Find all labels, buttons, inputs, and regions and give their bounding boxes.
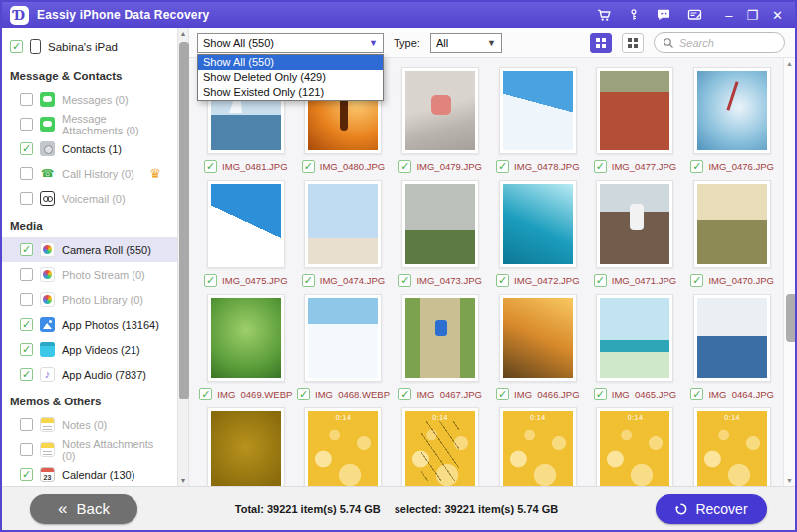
beach-yoga-thumbnail[interactable]: [600, 298, 669, 378]
photo-checkbox[interactable]: ✓: [199, 388, 212, 400]
checkbox[interactable]: ✓: [20, 318, 33, 331]
content-scrollbar-thumb[interactable]: [786, 294, 797, 342]
sidebar-item-notes-attachments[interactable]: Notes Attachments (0): [2, 437, 177, 462]
photo-card[interactable]: 0:14: [596, 407, 673, 486]
content-scrollbar[interactable]: ▲ ▼: [783, 58, 795, 486]
photo-card[interactable]: [596, 294, 673, 382]
gold-scribble-thumbnail[interactable]: 0:14: [405, 411, 475, 486]
photo-checkbox[interactable]: ✓: [302, 160, 315, 173]
ski-jump-thumbnail[interactable]: [211, 184, 281, 264]
photo-card[interactable]: [207, 180, 285, 268]
sidebar-scrollbar-thumb[interactable]: [179, 42, 189, 399]
scroll-down-icon[interactable]: ▼: [178, 477, 188, 484]
photo-card[interactable]: [596, 180, 673, 268]
sidebar-item-app-audio[interactable]: ✓App Audio (7837): [2, 362, 177, 387]
type-dropdown[interactable]: All ▼: [430, 33, 502, 53]
device-row[interactable]: ✓ Sabina's iPad: [2, 34, 177, 61]
filter-option[interactable]: Show Deleted Only (429): [198, 70, 383, 85]
photo-checkbox[interactable]: ✓: [594, 388, 607, 400]
photo-checkbox[interactable]: ✓: [496, 274, 509, 287]
checkbox[interactable]: [20, 167, 33, 180]
list-view-button[interactable]: [622, 33, 644, 53]
checkbox[interactable]: [20, 93, 33, 106]
sidebar-scrollbar[interactable]: ▲ ▼: [177, 28, 189, 486]
photo-card[interactable]: [304, 294, 382, 382]
photo-checkbox[interactable]: ✓: [496, 388, 509, 400]
wave-surfer-thumbnail[interactable]: [503, 184, 573, 264]
checkbox[interactable]: [20, 293, 33, 306]
checkbox[interactable]: [20, 192, 33, 205]
device-checkbox[interactable]: ✓: [10, 40, 23, 53]
checkbox[interactable]: ✓: [20, 243, 33, 256]
grid-view-button[interactable]: [590, 33, 612, 53]
windsurfer-thumbnail[interactable]: [697, 71, 767, 150]
photo-card[interactable]: [304, 180, 382, 268]
checkbox[interactable]: ✓: [20, 142, 33, 155]
sidebar-item-voicemail[interactable]: Voicemail (0): [2, 186, 177, 211]
photo-card[interactable]: [207, 294, 285, 382]
sidebar-item-call-history[interactable]: Call History (0)♛: [2, 161, 177, 186]
minimize-button[interactable]: –: [725, 9, 732, 22]
search-box[interactable]: [654, 32, 785, 53]
scroll-up-icon[interactable]: ▲: [178, 30, 188, 37]
road-runner-thumbnail[interactable]: [405, 298, 475, 378]
photo-card[interactable]: [596, 67, 673, 154]
photo-card[interactable]: [207, 407, 285, 486]
photo-card[interactable]: [401, 294, 479, 382]
photo-card[interactable]: [401, 67, 479, 154]
sidebar-item-notes[interactable]: Notes (0): [2, 412, 177, 437]
photo-checkbox[interactable]: ✓: [690, 388, 703, 400]
hiker-woman-thumbnail[interactable]: [600, 184, 669, 264]
photo-card[interactable]: [401, 180, 479, 268]
gold-bokeh-thumbnail[interactable]: 0:14: [308, 411, 378, 486]
close-button[interactable]: ✕: [772, 9, 783, 22]
photo-card[interactable]: [499, 67, 577, 154]
sidebar-item-app-videos[interactable]: ✓App Videos (21): [2, 337, 177, 362]
back-button[interactable]: « Back: [30, 494, 137, 524]
sunset-walk-thumbnail[interactable]: [503, 298, 573, 378]
photo-checkbox[interactable]: ✓: [398, 388, 411, 400]
yoga-lunge-thumbnail[interactable]: [405, 184, 475, 264]
photo-card[interactable]: 0:14: [693, 407, 771, 486]
track-athlete-thumbnail[interactable]: [600, 71, 669, 150]
photo-checkbox[interactable]: ✓: [594, 160, 607, 173]
photo-checkbox[interactable]: ✓: [690, 160, 703, 173]
sidebar-item-contacts[interactable]: ✓Contacts (1): [2, 136, 177, 161]
cart-icon[interactable]: [596, 7, 612, 23]
photo-checkbox[interactable]: ✓: [496, 160, 509, 173]
photo-card[interactable]: [693, 67, 771, 154]
ski-slope-thumbnail[interactable]: [308, 298, 378, 378]
key-icon[interactable]: [627, 7, 641, 23]
gold-bokeh-thumbnail[interactable]: 0:14: [600, 411, 669, 486]
sidebar-item-camera-roll[interactable]: ✓Camera Roll (550): [2, 237, 177, 262]
photo-checkbox[interactable]: ✓: [204, 274, 217, 287]
photo-checkbox[interactable]: ✓: [302, 274, 315, 287]
gold-bokeh-thumbnail[interactable]: 0:14: [697, 411, 767, 486]
scroll-up-icon[interactable]: ▲: [784, 60, 795, 67]
checkbox[interactable]: [20, 443, 33, 456]
photo-checkbox[interactable]: ✓: [297, 388, 310, 400]
drinking-water-thumbnail[interactable]: [697, 298, 767, 378]
snowboarder-thumbnail[interactable]: [503, 71, 573, 150]
checkbox[interactable]: [20, 418, 33, 431]
photo-card[interactable]: 0:14: [499, 407, 577, 486]
sidebar-item-messages[interactable]: Messages (0): [2, 87, 177, 112]
photo-card[interactable]: 0:14: [304, 407, 382, 486]
recover-button[interactable]: Recover: [656, 494, 767, 524]
gold-passcode-thumbnail[interactable]: [211, 411, 281, 486]
photo-card[interactable]: [499, 294, 577, 382]
photo-checkbox[interactable]: ✓: [398, 160, 411, 173]
sprint-start-thumbnail[interactable]: [697, 184, 767, 264]
sidebar-item-photo-stream[interactable]: Photo Stream (0): [2, 262, 177, 287]
sidebar-item-photo-library[interactable]: Photo Library (0): [2, 287, 177, 312]
scroll-down-icon[interactable]: ▼: [784, 477, 795, 484]
checkbox[interactable]: [20, 118, 33, 131]
photo-checkbox[interactable]: ✓: [594, 274, 607, 287]
photo-checkbox[interactable]: ✓: [398, 274, 411, 287]
sidebar-item-app-photos[interactable]: ✓App Photos (13164): [2, 312, 177, 337]
photo-card[interactable]: 0:14: [401, 407, 479, 486]
zipline-thumbnail[interactable]: [211, 298, 281, 378]
photo-card[interactable]: [499, 180, 577, 268]
gold-bokeh-thumbnail[interactable]: 0:14: [503, 411, 573, 486]
filter-option[interactable]: Show Existed Only (121): [198, 85, 383, 100]
